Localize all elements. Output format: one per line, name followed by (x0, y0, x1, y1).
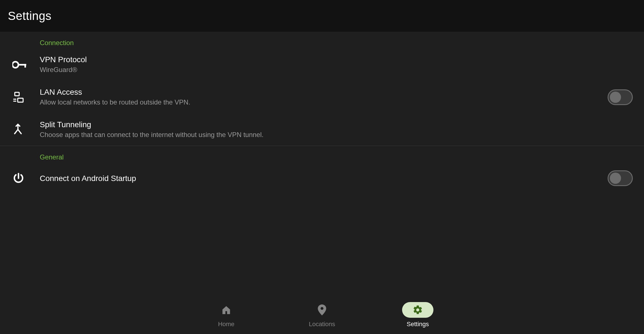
nav-locations-label: Locations (309, 321, 335, 328)
toggle-knob (610, 92, 621, 103)
settings-icon (402, 302, 433, 318)
svg-point-5 (321, 307, 323, 310)
split-tunneling-title: Split Tunneling (40, 120, 633, 129)
svg-rect-2 (24, 64, 26, 68)
split-tunneling-text: Split Tunneling Choose apps that can con… (40, 120, 633, 140)
row-lan-access[interactable]: LAN Access Allow local networks to be ro… (0, 81, 644, 113)
nav-settings-label: Settings (407, 321, 429, 328)
connect-on-startup-toggle[interactable] (608, 170, 633, 186)
vpn-protocol-value: WireGuard® (40, 65, 633, 75)
section-label-connection: Connection (0, 32, 644, 48)
bottom-nav: Home Locations Settings (0, 298, 644, 334)
vpn-protocol-title: VPN Protocol (40, 55, 633, 64)
vpn-protocol-text: VPN Protocol WireGuard® (40, 55, 633, 75)
row-connect-on-startup[interactable]: Connect on Android Startup (0, 163, 644, 194)
lan-access-text: LAN Access Allow local networks to be ro… (40, 87, 599, 107)
lan-access-title: LAN Access (40, 87, 599, 97)
svg-point-0 (12, 62, 18, 68)
svg-rect-3 (15, 92, 19, 96)
app-root: Settings Connection VPN Protocol WireGua… (0, 0, 644, 334)
connect-on-startup-title: Connect on Android Startup (40, 173, 599, 183)
split-tunneling-icon (11, 123, 40, 136)
svg-rect-4 (18, 98, 23, 102)
nav-settings[interactable]: Settings (402, 302, 433, 328)
power-icon (11, 172, 40, 184)
split-tunneling-desc: Choose apps that can connect to the inte… (40, 130, 633, 140)
nav-home-label: Home (218, 321, 235, 328)
settings-content: Connection VPN Protocol WireGuard® (0, 32, 644, 298)
page-title: Settings (8, 9, 52, 23)
home-icon (211, 302, 242, 318)
toggle-knob (610, 173, 621, 184)
header: Settings (0, 0, 644, 32)
connect-on-startup-text: Connect on Android Startup (40, 173, 599, 183)
section-label-general: General (0, 146, 644, 163)
key-icon (11, 61, 40, 69)
location-icon (306, 302, 338, 318)
lan-icon (11, 91, 40, 103)
lan-access-desc: Allow local networks to be routed outsid… (40, 98, 599, 107)
nav-locations[interactable]: Locations (306, 302, 338, 328)
row-split-tunneling[interactable]: Split Tunneling Choose apps that can con… (0, 113, 644, 146)
row-vpn-protocol[interactable]: VPN Protocol WireGuard® (0, 48, 644, 81)
nav-home[interactable]: Home (211, 302, 242, 328)
lan-access-toggle[interactable] (608, 89, 633, 105)
